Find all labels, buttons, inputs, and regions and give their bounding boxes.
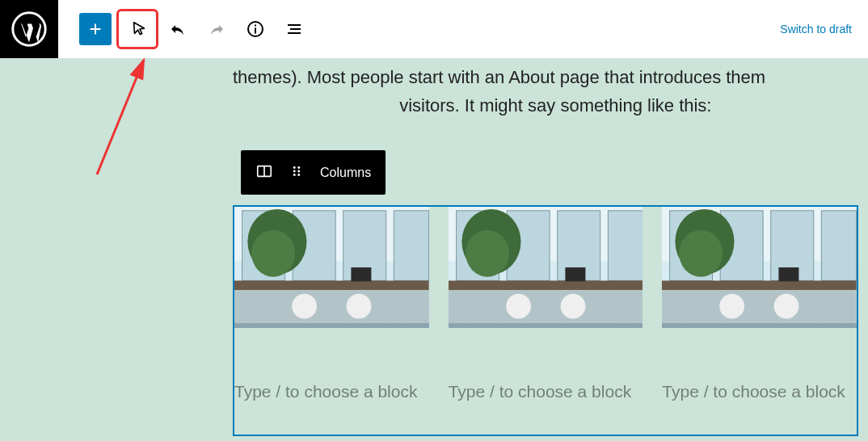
cursor-icon [130,20,148,38]
svg-rect-25 [351,267,371,281]
column-image[interactable] [234,207,429,328]
paragraph-line: themes). Most people start with an About… [233,67,765,87]
column-image[interactable] [662,207,857,328]
svg-point-12 [297,170,300,172]
svg-point-52 [720,294,745,319]
svg-rect-38 [565,267,585,281]
redo-button[interactable] [200,13,233,45]
editor-topbar: Switch to draft [0,0,868,58]
svg-point-13 [293,174,296,176]
column[interactable]: Type / to choose a block [662,207,857,435]
block-placeholder[interactable]: Type / to choose a block [449,376,643,407]
redo-icon [207,19,226,39]
block-placeholder[interactable]: Type / to choose a block [234,376,429,407]
select-tool-button[interactable] [123,13,155,45]
svg-rect-48 [662,290,857,323]
drag-handle-icon[interactable] [288,162,305,183]
svg-point-24 [251,230,295,277]
svg-rect-4 [288,24,301,26]
svg-rect-22 [234,290,429,323]
svg-rect-46 [822,211,857,281]
add-block-button[interactable] [79,13,112,45]
block-placeholder[interactable]: Type / to choose a block [662,376,857,407]
svg-point-50 [680,230,723,277]
svg-point-40 [560,294,585,319]
column-image[interactable] [449,207,643,328]
column[interactable]: Type / to choose a block [234,207,429,435]
wordpress-logo[interactable] [0,0,58,58]
svg-rect-34 [449,280,643,290]
undo-button[interactable] [162,13,194,45]
info-button[interactable] [239,13,272,45]
svg-rect-33 [608,211,643,281]
outline-button[interactable] [278,13,310,45]
svg-point-11 [293,170,296,172]
svg-point-53 [774,294,799,319]
wordpress-logo-icon [11,11,47,47]
list-icon [284,19,304,39]
column[interactable]: Type / to choose a block [449,207,643,435]
columns-block[interactable]: Type / to choose a block [233,205,858,436]
editor-content: themes). Most people start with an About… [0,58,868,441]
svg-rect-21 [234,280,429,290]
block-toolbar: Columns [241,150,386,195]
svg-rect-20 [394,211,428,281]
svg-point-9 [293,166,296,168]
svg-rect-6 [288,32,301,34]
paragraph-line: visitors. It might say something like th… [399,95,711,116]
svg-point-39 [506,294,531,319]
svg-rect-3 [255,25,256,27]
undo-icon [168,19,188,39]
svg-point-10 [297,166,300,168]
svg-point-14 [297,174,300,176]
paragraph-text[interactable]: themes). Most people start with an About… [233,63,863,120]
svg-rect-47 [662,280,857,290]
svg-point-37 [466,230,509,277]
svg-rect-35 [449,290,643,323]
info-icon [246,19,265,39]
plus-icon [86,20,104,38]
svg-point-27 [347,294,372,319]
svg-rect-51 [779,267,799,281]
switch-to-draft-link[interactable]: Switch to draft [780,23,852,36]
block-toolbar-label: Columns [320,166,371,180]
svg-rect-5 [290,28,301,30]
svg-point-26 [292,294,317,319]
svg-rect-2 [255,28,256,34]
columns-icon[interactable] [255,162,273,183]
